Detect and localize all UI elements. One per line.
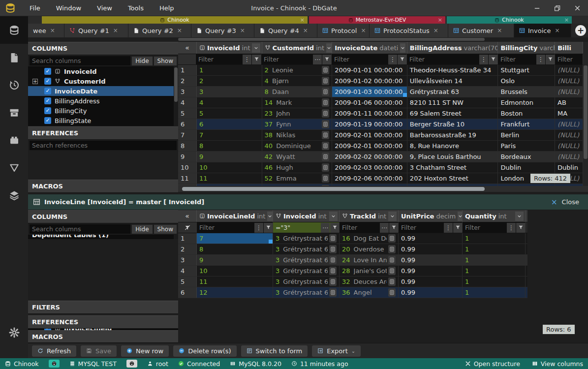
switch-to-form-button[interactable]: Switch to form: [241, 345, 308, 357]
cell[interactable]: 11: [197, 277, 273, 287]
restore-button-icon[interactable]: [554, 4, 561, 12]
table-row[interactable]: 7738Niklas2009-02-01 00:00:00Barbarossas…: [178, 130, 583, 141]
column-item-billingcity[interactable]: ✓BillingCity: [28, 106, 178, 116]
cell[interactable]: 0.99: [399, 233, 463, 244]
invoice-grid-hscroll-thumb[interactable]: [182, 187, 485, 191]
detail-close-button[interactable]: × Close: [551, 198, 579, 207]
cell[interactable]: (NULL): [555, 76, 583, 86]
funnel-icon[interactable]: [330, 223, 339, 233]
cell[interactable]: Stuttgart: [498, 65, 555, 75]
filter-input-unitprice[interactable]: [399, 223, 443, 233]
cell[interactable]: 8: [197, 141, 262, 151]
cell[interactable]: 52Emma: [262, 173, 333, 184]
cell[interactable]: 0.99: [399, 244, 463, 254]
cell[interactable]: Dublin: [498, 162, 555, 173]
cell[interactable]: 16Dog Eat Dog: [340, 233, 399, 244]
tab-customer[interactable]: Customer×: [448, 24, 514, 37]
funnel-icon[interactable]: [398, 55, 406, 64]
menu-window[interactable]: Window: [48, 0, 89, 16]
table-row[interactable]: 4414Mark2009-01-06 00:00:008210 111 ST N…: [178, 97, 583, 108]
status-open-structure[interactable]: Open structure: [465, 360, 520, 368]
column-header-trackid[interactable]: TrackIdint: [340, 210, 399, 222]
cell[interactable]: 20Overdose: [340, 244, 399, 254]
funnel-icon[interactable]: [453, 223, 462, 233]
open-document-icon[interactable]: [388, 245, 396, 253]
menu-tools[interactable]: Tools: [120, 0, 152, 16]
column-item-invoicedate[interactable]: ✓InvoiceDate: [28, 86, 178, 96]
filter-input-trackid[interactable]: [340, 223, 379, 233]
hide-button[interactable]: Hide: [132, 57, 152, 65]
filter-menu-button[interactable]: ⋮: [536, 55, 545, 64]
menu-file[interactable]: File: [22, 0, 48, 16]
tab-close-icon[interactable]: ×: [303, 27, 308, 34]
sidebar-item-history[interactable]: [0, 71, 28, 99]
open-document-icon[interactable]: [388, 288, 396, 297]
funnel-icon[interactable]: [252, 55, 261, 64]
column-menu-button[interactable]: [400, 43, 405, 53]
search-references-input[interactable]: [30, 141, 177, 150]
cell[interactable]: 1: [463, 287, 526, 298]
cell[interactable]: 0.99: [399, 266, 463, 276]
cell[interactable]: 2009-02-03 00:00:00: [332, 162, 407, 173]
tab-close-icon[interactable]: ×: [113, 27, 118, 34]
cell[interactable]: Grétrystraat 63: [407, 87, 498, 97]
cell[interactable]: Dublin: [555, 162, 583, 173]
search-columns-input[interactable]: [30, 56, 130, 65]
column-item-billingstate[interactable]: ✓BillingState: [28, 116, 178, 125]
group-close-icon[interactable]: ×: [564, 17, 569, 23]
filter-input-invoiceid[interactable]: [273, 223, 320, 233]
funnel-icon[interactable]: [489, 55, 497, 64]
table-row[interactable]: 5113Grétrystraat 6332Deuces Are Wild0.99…: [178, 277, 527, 287]
tab-protocol[interactable]: Protocol×: [317, 24, 370, 37]
filter-menu-button[interactable]: ⋮: [243, 55, 251, 64]
menu-help[interactable]: Help: [152, 0, 182, 16]
save-button[interactable]: Save: [81, 345, 117, 357]
open-document-icon[interactable]: [322, 131, 329, 139]
macros-panel-header[interactable]: MACROS: [28, 180, 178, 193]
table-row[interactable]: 224Bjørn2009-01-02 00:00:00Ullevålsveien…: [178, 76, 583, 87]
menu-view[interactable]: View: [89, 0, 120, 16]
tab-protocolstatus[interactable]: ProtocolStatus×: [370, 24, 448, 37]
checkbox-checked[interactable]: ✓: [44, 107, 51, 114]
cell[interactable]: 0.99: [399, 255, 463, 265]
cell[interactable]: 3Grétrystraat 63: [273, 287, 340, 298]
cell[interactable]: 1: [463, 233, 526, 244]
minimize-button-icon[interactable]: [533, 4, 541, 12]
cell[interactable]: 8Daan: [262, 87, 333, 97]
open-document-icon[interactable]: [329, 256, 337, 264]
funnel-icon[interactable]: [516, 223, 525, 233]
cell[interactable]: Boston: [498, 108, 555, 119]
funnel-icon[interactable]: [264, 223, 273, 233]
color-chip-gray[interactable]: [126, 360, 137, 368]
detail-columns-panel-header[interactable]: COLUMNS: [28, 210, 178, 223]
filter-menu-button[interactable]: ⋯: [313, 55, 322, 64]
column-menu-button[interactable]: [326, 43, 332, 53]
export-button[interactable]: Export⌄: [312, 345, 361, 357]
cell[interactable]: MA: [555, 108, 583, 119]
table-row[interactable]: 173Grétrystraat 6316Dog Eat Dog0.991: [178, 233, 527, 244]
table-row[interactable]: 112Leonie2009-01-01 00:00:00Theodor-Heus…: [178, 65, 583, 76]
cell[interactable]: Berger Straße 10: [407, 119, 498, 129]
cell[interactable]: Brussels: [498, 87, 555, 97]
cell[interactable]: 2009-01-02 00:00:00: [332, 76, 407, 86]
filter-input-customerid[interactable]: [261, 55, 312, 64]
funnel-icon[interactable]: [389, 223, 398, 233]
cell[interactable]: 12: [197, 287, 273, 298]
cell[interactable]: 0.99: [399, 277, 463, 287]
tab-query-3[interactable]: Query #3×: [191, 24, 254, 37]
column-menu-button[interactable]: [388, 212, 397, 221]
tab-close-icon[interactable]: ×: [433, 27, 438, 34]
filter-input-billi[interactable]: [555, 55, 583, 64]
open-document-icon[interactable]: [322, 109, 329, 118]
filter-menu-button[interactable]: ⋯: [321, 223, 330, 233]
cell[interactable]: 38Niklas: [262, 130, 333, 140]
columns-panel-header[interactable]: COLUMNS: [28, 42, 178, 55]
table-row[interactable]: 9942Wyatt2009-02-02 00:00:009, Place Lou…: [178, 152, 583, 162]
close-x-icon[interactable]: ×: [551, 198, 557, 207]
tab-scrollbar[interactable]: [178, 38, 485, 41]
sidebar-item-layers[interactable]: [0, 182, 28, 209]
invoice-grid-vscroll-thumb[interactable]: [584, 65, 588, 159]
cell[interactable]: 1: [463, 277, 526, 287]
open-document-icon[interactable]: [322, 88, 329, 96]
status-mysql-8-0-20[interactable]: MySQL 8.0.20: [230, 360, 281, 368]
